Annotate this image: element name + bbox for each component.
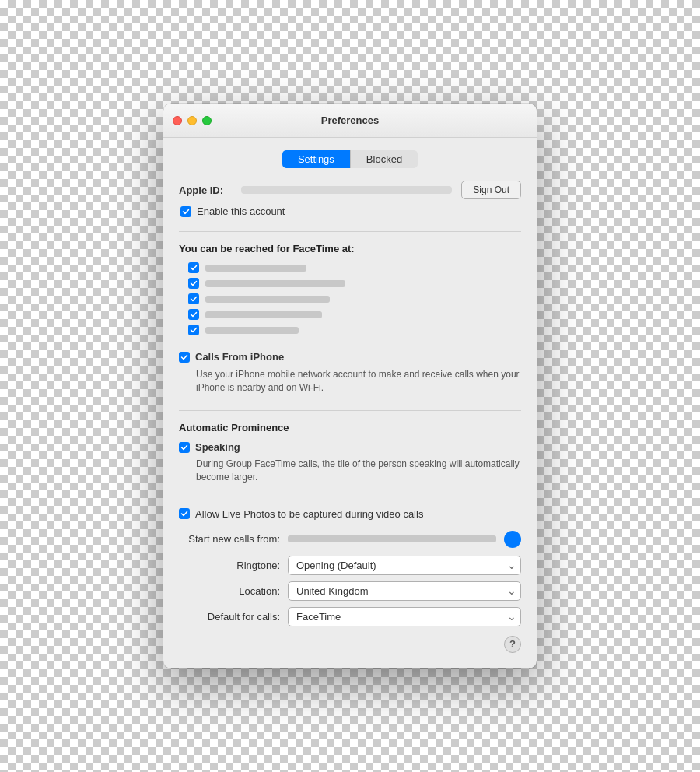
minimize-button[interactable] [187, 116, 197, 125]
address-checkbox-5[interactable] [188, 325, 199, 335]
close-button[interactable] [173, 116, 182, 125]
location-select[interactable]: United Kingdom [288, 581, 521, 601]
default-calls-select[interactable]: FaceTime [288, 607, 521, 626]
live-photos-checkbox[interactable] [179, 508, 190, 519]
tab-segmented-control: Settings Blocked [179, 150, 521, 168]
address-value-2 [205, 280, 345, 287]
enable-account-row: Enable this account [180, 205, 521, 217]
ringtone-select[interactable]: Opening (Default) [288, 556, 521, 575]
start-calls-indicator [504, 531, 521, 548]
location-dropdown-wrapper: United Kingdom ⌄ [288, 581, 521, 601]
help-button[interactable]: ? [504, 636, 521, 653]
calls-from-iphone-row: Calls From iPhone [179, 351, 521, 363]
address-checkbox-2[interactable] [188, 278, 199, 289]
speaking-description: During Group FaceTime calls, the tile of… [196, 458, 521, 484]
facetime-addresses [179, 262, 521, 335]
divider-1 [179, 231, 521, 232]
sign-out-button[interactable]: Sign Out [461, 181, 521, 199]
default-calls-label: Default for calls: [179, 611, 288, 623]
content-area: Settings Blocked Apple ID: Sign Out Enab… [163, 138, 537, 668]
address-row-4 [188, 309, 521, 320]
divider-2 [179, 410, 521, 411]
live-photos-label: Allow Live Photos to be captured during … [195, 508, 423, 520]
auto-prominence-heading: Automatic Prominence [179, 422, 521, 433]
apple-id-label: Apple ID: [179, 184, 241, 196]
calls-from-iphone-label: Calls From iPhone [195, 351, 284, 363]
address-row-2 [188, 278, 521, 289]
calls-from-iphone-description: Use your iPhone mobile network account t… [196, 368, 521, 395]
enable-account-label: Enable this account [197, 205, 285, 217]
start-calls-value [288, 535, 496, 542]
address-value-4 [205, 311, 322, 318]
address-checkbox-1[interactable] [188, 262, 199, 273]
address-checkbox-4[interactable] [188, 309, 199, 320]
start-calls-row: Start new calls from: [179, 531, 521, 548]
preferences-window: Preferences Settings Blocked Apple ID: S… [163, 104, 537, 668]
address-row-3 [188, 293, 521, 304]
tab-settings[interactable]: Settings [282, 150, 350, 168]
address-value-1 [205, 265, 306, 272]
default-calls-row: Default for calls: FaceTime ⌄ [179, 607, 521, 626]
enable-account-checkbox[interactable] [180, 206, 191, 217]
location-row: Location: United Kingdom ⌄ [179, 581, 521, 601]
traffic-lights [173, 116, 212, 125]
ringtone-row: Ringtone: Opening (Default) ⌄ [179, 556, 521, 575]
start-calls-label: Start new calls from: [179, 533, 288, 545]
address-value-3 [205, 296, 330, 303]
speaking-row: Speaking [179, 441, 521, 453]
apple-id-row: Apple ID: Sign Out [179, 181, 521, 199]
divider-3 [179, 497, 521, 497]
address-row-1 [188, 262, 521, 273]
address-checkbox-3[interactable] [188, 293, 199, 304]
location-label: Location: [179, 585, 288, 597]
titlebar: Preferences [163, 104, 537, 138]
address-value-5 [205, 327, 299, 334]
maximize-button[interactable] [202, 116, 212, 125]
address-row-5 [188, 325, 521, 335]
speaking-label: Speaking [195, 441, 240, 453]
apple-id-value [241, 186, 452, 194]
speaking-checkbox[interactable] [179, 442, 190, 453]
live-photos-row: Allow Live Photos to be captured during … [179, 508, 521, 520]
help-row: ? [179, 636, 521, 653]
auto-prominence-section: Automatic Prominence Speaking During Gro… [179, 422, 521, 484]
ringtone-label: Ringtone: [179, 560, 288, 571]
ringtone-dropdown-wrapper: Opening (Default) ⌄ [288, 556, 521, 575]
calls-section: Calls From iPhone Use your iPhone mobile… [179, 351, 521, 395]
default-calls-dropdown-wrapper: FaceTime ⌄ [288, 607, 521, 626]
calls-from-iphone-checkbox[interactable] [179, 352, 190, 363]
window-title: Preferences [321, 114, 379, 126]
facetime-heading: You can be reached for FaceTime at: [179, 243, 521, 254]
tab-blocked[interactable]: Blocked [350, 150, 418, 168]
